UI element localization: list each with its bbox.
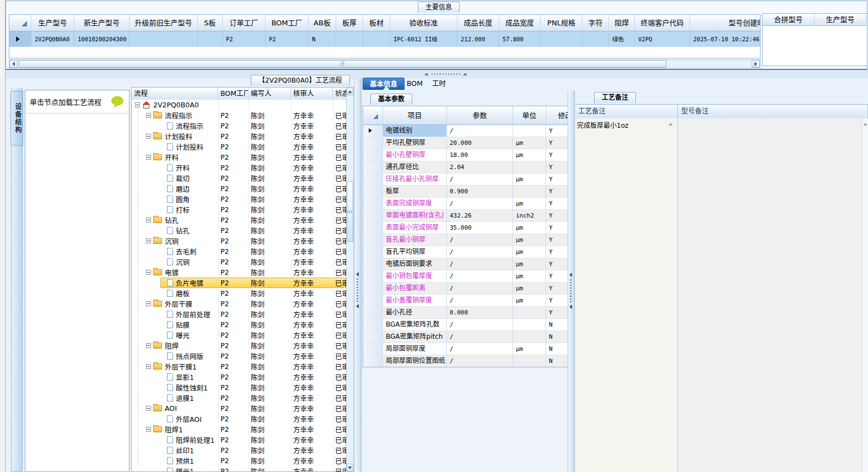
column-header[interactable]: 型号创建时间 xyxy=(690,15,761,31)
model-grid-cell[interactable]: V2PQ xyxy=(635,31,690,47)
params-column-header[interactable]: 参数 xyxy=(447,106,513,125)
param-value-cell[interactable]: 0.900 xyxy=(447,186,513,198)
tree-column-header[interactable]: 编写人 xyxy=(249,88,291,100)
row-selector-cell[interactable] xyxy=(363,210,383,222)
param-row[interactable]: 单面电镀面积(含孔)432.26inch2Y xyxy=(363,210,568,222)
tree-row[interactable]: 预烘1P2陈剑方幸幸已审 xyxy=(132,455,346,466)
tab-device-structure[interactable]: 设备结构 xyxy=(10,91,23,146)
tree-vscrollbar[interactable] xyxy=(346,87,354,472)
row-selector-cell[interactable] xyxy=(363,186,383,198)
param-row[interactable]: 通孔厚径比2.04Y xyxy=(363,161,568,173)
column-header[interactable]: 字符 xyxy=(583,15,609,31)
tree-row[interactable]: 挡点网版P2陈剑方幸幸已审 xyxy=(132,351,346,361)
param-item-cell[interactable]: 板厚 xyxy=(383,186,447,198)
splitter-collapse-control[interactable] xyxy=(356,272,359,308)
model-grid-cell[interactable] xyxy=(336,31,363,47)
splitter-collapse-handle[interactable] xyxy=(424,73,467,75)
param-row[interactable]: 最小盖覆铜厚度/μmY xyxy=(363,295,568,307)
model-note-textarea[interactable] xyxy=(678,118,861,472)
column-header[interactable]: 板厚 xyxy=(336,15,363,31)
tab-work-hours[interactable]: 工时 xyxy=(425,78,452,90)
model-grid-cell[interactable]: P2 xyxy=(266,31,309,47)
param-row[interactable]: 表面完成铜厚度/μmY xyxy=(363,198,568,210)
tree-row[interactable]: 负片电镀P2陈剑方幸幸已审 xyxy=(132,278,346,288)
select-all-corner-icon[interactable] xyxy=(21,21,27,26)
expander-icon[interactable] xyxy=(146,113,151,118)
param-value-cell[interactable]: 20.000 xyxy=(447,137,513,149)
param-item-cell[interactable]: 最小孔径 xyxy=(383,307,447,319)
row-selector-cell[interactable] xyxy=(363,270,383,283)
vscroll-up-button[interactable] xyxy=(347,88,353,95)
param-row[interactable]: 电镀后面铜要求/μmY xyxy=(363,258,568,270)
param-value-cell[interactable]: 18.00 xyxy=(447,149,513,161)
tree-row[interactable]: 钻孔P2陈剑方幸幸已审 xyxy=(132,225,346,236)
tree-row[interactable]: 磨板P2陈剑方幸幸已审 xyxy=(132,288,346,299)
param-item-cell[interactable]: 局部面铜厚度 xyxy=(383,343,447,355)
tab-craft-notes[interactable]: 工艺备注 xyxy=(594,92,636,103)
model-grid-cell[interactable]: N xyxy=(309,31,336,47)
column-header[interactable]: 升级前旧生产型号 xyxy=(130,15,198,31)
column-header[interactable]: BOM工厂 xyxy=(266,15,309,31)
params-column-header[interactable]: 单位 xyxy=(513,106,546,125)
tab-basic-params[interactable]: 基本参数 xyxy=(370,94,412,105)
param-row[interactable]: BGA密集矩阵pitch/N xyxy=(363,331,568,343)
param-unit-cell[interactable] xyxy=(513,307,546,319)
param-item-cell[interactable]: 电镀线别 xyxy=(383,125,447,137)
model-grid-cell[interactable]: 绿色 xyxy=(609,31,635,47)
param-flag-cell[interactable]: N xyxy=(546,319,568,331)
tree-row[interactable]: 退膜1P2陈剑方幸幸已审 xyxy=(132,393,346,403)
param-unit-cell[interactable] xyxy=(513,125,546,137)
param-item-cell[interactable]: 最小铜包覆厚度 xyxy=(383,270,447,283)
tree-row[interactable]: 电镀P2陈剑方幸幸已审 xyxy=(132,267,346,278)
tree-row[interactable]: 外层干膜P2陈剑方幸幸已审 xyxy=(132,299,346,309)
row-selector-cell[interactable] xyxy=(363,331,383,343)
tree-column-header[interactable]: 流程 xyxy=(132,88,218,100)
param-flag-cell[interactable]: Y xyxy=(546,295,568,307)
param-flag-cell[interactable]: N xyxy=(546,343,568,355)
tree-row[interactable]: 显影1P2陈剑方幸幸已审 xyxy=(132,372,346,382)
params-notes-splitter[interactable] xyxy=(568,91,575,472)
param-unit-cell[interactable] xyxy=(513,186,546,198)
tab-main-info[interactable]: 主要信息 xyxy=(418,2,460,13)
row-selector-cell[interactable] xyxy=(363,234,383,246)
param-flag-cell[interactable]: Y xyxy=(546,270,568,283)
tree-row[interactable]: 开料P2陈剑方幸幸已审 xyxy=(132,152,346,162)
param-unit-cell[interactable]: μm xyxy=(513,234,546,246)
param-value-cell[interactable]: 2.04 xyxy=(447,161,513,173)
row-selector-cell[interactable] xyxy=(363,283,383,295)
hscroll-right-button[interactable] xyxy=(752,60,760,68)
param-value-cell[interactable]: / xyxy=(447,234,513,246)
row-selector-cell[interactable] xyxy=(363,343,383,355)
param-unit-cell[interactable]: μm xyxy=(513,343,546,355)
param-unit-cell[interactable]: μm xyxy=(513,222,546,234)
tree-row[interactable]: 计划投料P2陈剑方幸幸已审 xyxy=(132,131,346,142)
tree-row[interactable]: 阻焊P2陈剑方幸幸已审 xyxy=(132,340,346,351)
param-item-cell[interactable]: 盲孔平均铜厚 xyxy=(383,246,447,258)
param-flag-cell[interactable]: Y xyxy=(546,234,568,246)
param-row[interactable]: 盲孔最小铜厚/μmY xyxy=(363,234,568,246)
param-unit-cell[interactable]: μm xyxy=(513,295,546,307)
tree-row[interactable]: 丝印1P2陈剑方幸幸已审 xyxy=(132,445,346,455)
param-item-cell[interactable]: 最小盖覆铜厚度 xyxy=(383,295,447,307)
param-value-cell[interactable]: / xyxy=(447,173,513,186)
param-unit-cell[interactable]: μm xyxy=(513,198,546,210)
top-hscrollbar[interactable] xyxy=(9,59,761,68)
expander-icon[interactable] xyxy=(135,102,140,107)
param-unit-cell[interactable]: inch2 xyxy=(513,210,546,222)
param-unit-cell[interactable]: μm xyxy=(513,246,546,258)
column-header[interactable]: 生产型号 xyxy=(815,14,866,26)
param-item-cell[interactable]: 压接孔最小孔铜厚 xyxy=(383,173,447,186)
param-item-cell[interactable]: 通孔厚径比 xyxy=(383,161,447,173)
expander-icon[interactable] xyxy=(146,218,151,223)
expander-icon[interactable] xyxy=(146,270,151,275)
expander-icon[interactable] xyxy=(146,427,151,432)
model-grid-cell[interactable]: 2V2PQ0B0A0 xyxy=(31,31,74,47)
param-flag-cell[interactable]: Y xyxy=(546,210,568,222)
model-grid-cell[interactable]: P2 xyxy=(223,31,266,47)
param-item-cell[interactable]: 表面最小完成铜厚 xyxy=(383,222,447,234)
model-grid-cell[interactable]: 57.800 xyxy=(499,31,541,47)
param-row[interactable]: 最小孔壁铜厚18.00μmY xyxy=(363,149,568,161)
column-header[interactable]: S板 xyxy=(198,15,223,31)
param-unit-cell[interactable] xyxy=(513,355,546,367)
tree-row[interactable]: 贴膜P2陈剑方幸幸已审 xyxy=(132,319,346,330)
